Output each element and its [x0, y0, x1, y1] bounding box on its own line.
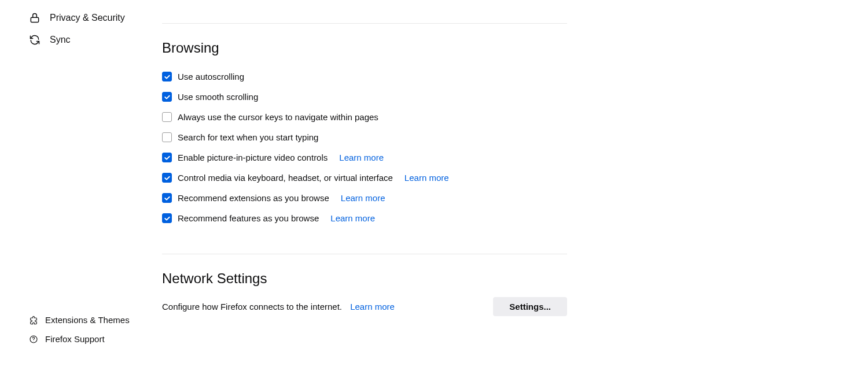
learn-more-link[interactable]: Learn more	[330, 213, 375, 223]
section-divider	[162, 254, 567, 254]
checkbox-cursor-keys[interactable]	[162, 112, 172, 122]
checkbox-row-autoscrolling: Use autoscrolling	[162, 66, 567, 87]
sidebar-item-label: Extensions & Themes	[45, 315, 130, 325]
checkbox-label: Use smooth scrolling	[178, 92, 258, 102]
network-description: Configure how Firefox connects to the in…	[162, 302, 342, 312]
checkbox-label: Use autoscrolling	[178, 72, 244, 81]
sync-icon	[29, 34, 41, 46]
checkbox-recommend-extensions[interactable]	[162, 193, 172, 203]
checkbox-smooth-scrolling[interactable]	[162, 92, 172, 102]
sidebar-item-privacy[interactable]: Privacy & Security	[0, 7, 162, 29]
section-divider	[162, 23, 567, 24]
puzzle-icon	[29, 316, 38, 325]
learn-more-link[interactable]: Learn more	[350, 302, 395, 312]
network-heading: Network Settings	[162, 270, 567, 287]
checkbox-row-pip: Enable picture-in-picture video controls…	[162, 147, 567, 168]
network-settings-button[interactable]: Settings...	[493, 297, 567, 316]
sidebar-item-extensions[interactable]: Extensions & Themes	[0, 310, 162, 329]
sidebar-item-label: Privacy & Security	[50, 13, 125, 23]
checkbox-pip[interactable]	[162, 153, 172, 162]
sidebar-item-support[interactable]: Firefox Support	[0, 329, 162, 349]
checkbox-label: Always use the cursor keys to navigate w…	[178, 112, 378, 122]
checkbox-row-recommend-extensions: Recommend extensions as you browse Learn…	[162, 188, 567, 208]
checkbox-label: Recommend features as you browse	[178, 213, 319, 223]
checkbox-recommend-features[interactable]	[162, 213, 172, 223]
sidebar-item-label: Firefox Support	[45, 334, 105, 344]
svg-rect-0	[31, 17, 38, 22]
checkbox-label: Enable picture-in-picture video controls	[178, 153, 328, 162]
learn-more-link[interactable]: Learn more	[404, 173, 449, 183]
checkbox-autoscrolling[interactable]	[162, 72, 172, 81]
browsing-heading: Browsing	[162, 40, 567, 56]
checkbox-row-search-typing: Search for text when you start typing	[162, 127, 567, 147]
question-icon	[29, 335, 38, 344]
checkbox-row-smooth-scrolling: Use smooth scrolling	[162, 87, 567, 107]
checkbox-media-control[interactable]	[162, 173, 172, 183]
lock-icon	[29, 12, 41, 24]
checkbox-row-recommend-features: Recommend features as you browse Learn m…	[162, 208, 567, 228]
svg-point-2	[34, 340, 34, 341]
sidebar-item-label: Sync	[50, 35, 71, 45]
checkbox-label: Recommend extensions as you browse	[178, 193, 329, 203]
checkbox-search-typing[interactable]	[162, 132, 172, 142]
sidebar-item-sync[interactable]: Sync	[0, 29, 162, 51]
checkbox-label: Control media via keyboard, headset, or …	[178, 173, 393, 183]
checkbox-row-cursor-keys: Always use the cursor keys to navigate w…	[162, 107, 567, 127]
learn-more-link[interactable]: Learn more	[339, 153, 384, 162]
checkbox-row-media-control: Control media via keyboard, headset, or …	[162, 168, 567, 188]
learn-more-link[interactable]: Learn more	[341, 193, 385, 203]
checkbox-label: Search for text when you start typing	[178, 132, 318, 142]
